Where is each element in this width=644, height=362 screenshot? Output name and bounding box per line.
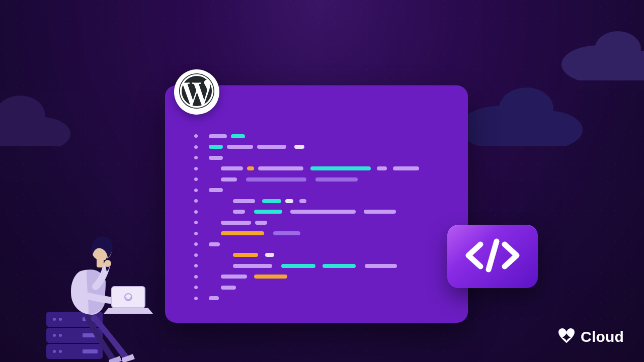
code-token [365, 264, 397, 268]
code-line [194, 174, 448, 185]
code-token [209, 296, 219, 300]
code-token [377, 166, 387, 170]
code-token [233, 199, 255, 203]
xcloud-heart-icon [556, 326, 577, 348]
code-line [194, 217, 448, 228]
svg-point-5 [595, 31, 641, 67]
code-token [310, 166, 371, 170]
svg-rect-22 [97, 257, 104, 267]
cloud-top-right [558, 20, 644, 80]
svg-point-19 [53, 350, 56, 353]
code-token [209, 134, 227, 138]
line-bullet-icon [194, 189, 198, 192]
line-bullet-icon [194, 264, 198, 267]
svg-point-0 [0, 112, 39, 146]
svg-rect-21 [83, 349, 98, 353]
svg-rect-18 [83, 333, 98, 337]
svg-rect-12 [46, 344, 103, 359]
svg-point-20 [59, 350, 62, 353]
svg-point-16 [53, 334, 56, 337]
code-token [254, 210, 282, 214]
line-bullet-icon [194, 242, 198, 246]
code-token [285, 199, 293, 203]
line-bullet-icon [194, 275, 198, 279]
code-token [255, 221, 267, 225]
code-tag-card [447, 225, 538, 288]
server-stack-icon [46, 312, 103, 359]
svg-line-9 [489, 241, 497, 269]
svg-point-8 [499, 87, 553, 130]
code-token [281, 264, 315, 268]
code-line [194, 272, 448, 283]
code-token [209, 145, 223, 149]
laptop-icon [104, 287, 153, 314]
code-token [299, 199, 306, 203]
svg-point-23 [92, 240, 112, 260]
line-bullet-icon [194, 145, 198, 149]
code-token [323, 264, 356, 268]
svg-point-24 [104, 260, 111, 267]
code-token [258, 166, 303, 170]
person-icon [71, 236, 135, 362]
code-token [227, 145, 253, 149]
code-token [294, 145, 304, 149]
code-token [290, 210, 356, 214]
line-bullet-icon [194, 253, 198, 257]
code-line [194, 163, 448, 174]
svg-point-6 [459, 106, 547, 146]
code-line [194, 293, 448, 304]
svg-point-14 [59, 318, 62, 321]
code-token [265, 253, 274, 257]
line-bullet-icon [194, 210, 198, 214]
code-line [194, 131, 448, 142]
svg-point-13 [53, 318, 56, 321]
code-token [262, 199, 281, 203]
line-bullet-icon [194, 297, 198, 300]
wordpress-icon [179, 73, 214, 111]
code-token [209, 188, 223, 192]
code-tag-icon [462, 237, 523, 276]
svg-point-27 [125, 294, 132, 301]
code-token [221, 286, 236, 290]
svg-point-4 [605, 50, 644, 80]
line-bullet-icon [194, 286, 198, 289]
code-token [273, 231, 300, 235]
cloud-left [0, 85, 80, 146]
wordpress-badge [174, 69, 219, 115]
svg-point-2 [0, 96, 45, 136]
code-token [233, 210, 245, 214]
code-line [194, 228, 448, 239]
code-token [257, 145, 286, 149]
svg-point-7 [512, 111, 583, 146]
code-token [233, 264, 272, 268]
code-token [221, 275, 247, 279]
cloud-mid-right [458, 75, 589, 146]
line-bullet-icon [194, 199, 198, 203]
line-bullet-icon [194, 134, 198, 138]
code-token [233, 253, 258, 257]
line-bullet-icon [194, 177, 198, 181]
code-token [231, 134, 245, 138]
code-token [209, 156, 223, 160]
svg-rect-26 [112, 287, 145, 308]
code-token [221, 177, 237, 182]
svg-rect-11 [46, 328, 103, 343]
code-line [194, 207, 448, 218]
line-bullet-icon [194, 167, 198, 170]
code-token [221, 166, 243, 170]
svg-point-3 [561, 45, 636, 80]
code-token [315, 177, 358, 182]
code-token [254, 275, 287, 279]
code-token [364, 210, 396, 214]
code-token [246, 177, 306, 182]
svg-point-1 [8, 117, 70, 146]
svg-rect-15 [83, 317, 98, 321]
line-bullet-icon [194, 156, 198, 159]
code-line [194, 250, 448, 261]
brand-name: Cloud [581, 328, 624, 345]
line-bullet-icon [194, 221, 198, 224]
svg-point-17 [59, 334, 62, 337]
svg-rect-10 [46, 312, 103, 327]
svg-rect-25 [112, 287, 145, 308]
code-line [194, 282, 448, 293]
